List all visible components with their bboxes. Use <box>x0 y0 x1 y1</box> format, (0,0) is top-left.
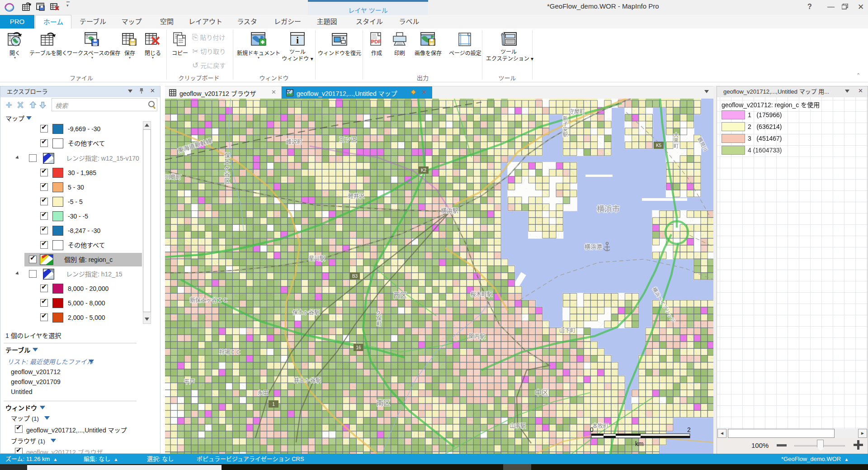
svg-text:i: i <box>296 35 299 45</box>
svg-text:PDF: PDF <box>371 39 381 44</box>
